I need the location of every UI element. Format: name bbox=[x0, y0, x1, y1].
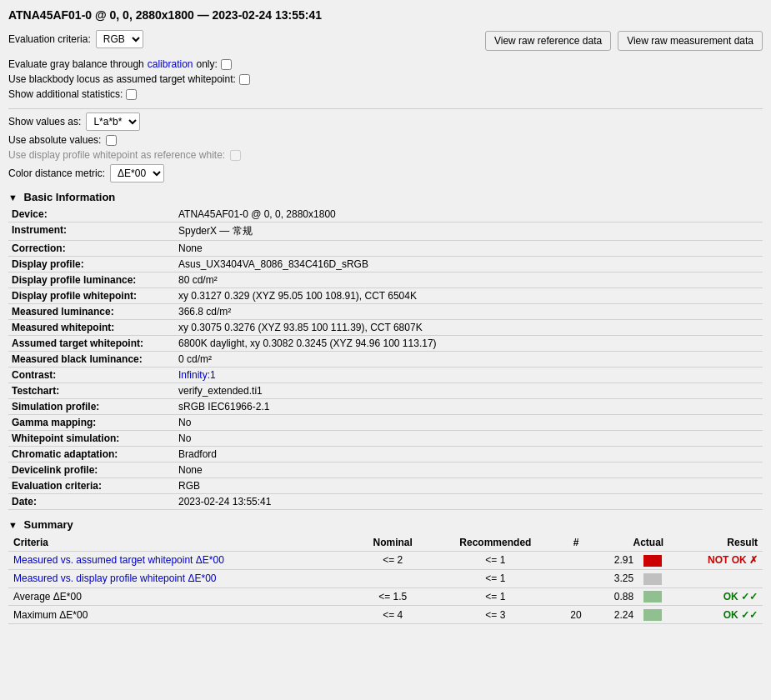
divider1 bbox=[8, 108, 763, 109]
eval-criteria-select[interactable]: RGB bbox=[96, 30, 143, 48]
basic-info-row: Simulation profile:sRGB IEC61966-2.1 bbox=[8, 399, 763, 415]
page-title: ATNA45AF01-0 @ 0, 0, 2880x1800 — 2023-02… bbox=[8, 8, 763, 22]
gray-balance-checkbox[interactable] bbox=[221, 59, 232, 70]
basic-info-label: Date: bbox=[8, 494, 175, 510]
summary-nominal: <= 1.5 bbox=[354, 588, 432, 606]
basic-info-row: Correction:None bbox=[8, 241, 763, 257]
basic-info-row: Measured whitepoint:xy 0.3075 0.3276 (XY… bbox=[8, 320, 763, 336]
summary-actual: 2.91 bbox=[593, 552, 638, 570]
basic-info-label: Measured whitepoint: bbox=[8, 320, 175, 336]
gray-balance-suffix: only: bbox=[196, 58, 217, 70]
col-nominal: Nominal bbox=[354, 534, 432, 552]
basic-info-row: Display profile whitepoint:xy 0.3127 0.3… bbox=[8, 288, 763, 304]
basic-info-row: Measured luminance:366.8 cd/m² bbox=[8, 304, 763, 320]
basic-info-label: Assumed target whitepoint: bbox=[8, 336, 175, 352]
summary-nominal: <= 4 bbox=[354, 606, 432, 624]
basic-info-value: xy 0.3127 0.329 (XYZ 95.05 100 108.91), … bbox=[175, 288, 763, 304]
summary-hash bbox=[559, 552, 593, 570]
summary-table: Criteria Nominal Recommended # Actual Re… bbox=[8, 534, 763, 624]
basic-info-triangle: ▼ bbox=[8, 192, 18, 202]
basic-info-label: Correction: bbox=[8, 241, 175, 257]
view-raw-measurement-button[interactable]: View raw measurement data bbox=[618, 31, 763, 51]
show-stats-checkbox[interactable] bbox=[126, 89, 137, 100]
col-result: Result bbox=[668, 534, 763, 552]
basic-info-value: 2023-02-24 13:55:41 bbox=[175, 494, 763, 510]
summary-result: OK ✓✓ bbox=[668, 588, 763, 606]
basic-info-value: sRGB IEC61966-2.1 bbox=[175, 399, 763, 415]
summary-result bbox=[668, 569, 763, 588]
view-raw-reference-button[interactable]: View raw reference data bbox=[485, 31, 611, 51]
use-absolute-checkbox[interactable] bbox=[106, 135, 117, 146]
basic-info-value: No bbox=[175, 415, 763, 431]
basic-info-label: Display profile: bbox=[8, 257, 175, 272]
basic-info-value: verify_extended.ti1 bbox=[175, 383, 763, 399]
col-actual: Actual bbox=[593, 534, 668, 552]
basic-info-value: Infinity:1 bbox=[175, 368, 763, 383]
basic-info-value: SpyderX — 常规 bbox=[175, 222, 763, 241]
basic-info-value: 80 cd/m² bbox=[175, 272, 763, 288]
blackbody-checkbox[interactable] bbox=[239, 74, 250, 85]
basic-info-label: Display profile whitepoint: bbox=[8, 288, 175, 304]
basic-info-value: No bbox=[175, 431, 763, 447]
col-criteria: Criteria bbox=[8, 534, 354, 552]
summary-recommended: <= 1 bbox=[432, 569, 560, 588]
basic-info-label: Instrument: bbox=[8, 222, 175, 241]
basic-info-value: xy 0.3075 0.3276 (XYZ 93.85 100 111.39),… bbox=[175, 320, 763, 336]
blackbody-label: Use blackbody locus as assumed target wh… bbox=[8, 73, 236, 85]
summary-hash bbox=[559, 588, 593, 606]
summary-header[interactable]: ▼ Summary bbox=[8, 518, 763, 531]
calibration-link[interactable]: calibration bbox=[148, 58, 193, 70]
display-profile-checkbox[interactable] bbox=[230, 150, 241, 161]
summary-hash bbox=[559, 569, 593, 588]
basic-info-label: Evaluation criteria: bbox=[8, 478, 175, 494]
eval-criteria-label: Evaluation criteria: bbox=[8, 33, 91, 45]
basic-info-value: None bbox=[175, 241, 763, 257]
summary-criteria: Measured vs. assumed target whitepoint Δ… bbox=[8, 552, 354, 570]
basic-info-row: Chromatic adaptation:Bradford bbox=[8, 447, 763, 462]
summary-row: Measured vs. display profile whitepoint … bbox=[8, 569, 763, 588]
summary-criteria: Average ΔE*00 bbox=[8, 588, 354, 606]
basic-info-row: Measured black luminance:0 cd/m² bbox=[8, 352, 763, 368]
basic-info-value: 6800K daylight, xy 0.3082 0.3245 (XYZ 94… bbox=[175, 336, 763, 352]
basic-info-value: None bbox=[175, 462, 763, 478]
basic-info-row: Instrument:SpyderX — 常规 bbox=[8, 222, 763, 241]
basic-info-label: Chromatic adaptation: bbox=[8, 447, 175, 462]
basic-info-row: Whitepoint simulation:No bbox=[8, 431, 763, 447]
color-distance-label: Color distance metric: bbox=[8, 168, 105, 179]
summary-title: Summary bbox=[24, 518, 73, 531]
basic-info-label: Contrast: bbox=[8, 368, 175, 383]
basic-info-row: Device:ATNA45AF01-0 @ 0, 0, 2880x1800 bbox=[8, 207, 763, 222]
summary-color-box bbox=[638, 569, 668, 588]
summary-color-box bbox=[638, 606, 668, 624]
show-values-select[interactable]: L*a*b* bbox=[86, 112, 140, 131]
gray-balance-label: Evaluate gray balance through bbox=[8, 58, 144, 70]
basic-info-label: Measured luminance: bbox=[8, 304, 175, 320]
basic-info-row: Contrast:Infinity:1 bbox=[8, 368, 763, 383]
summary-recommended: <= 1 bbox=[432, 588, 560, 606]
summary-actual: 2.24 bbox=[593, 606, 638, 624]
basic-info-value: 0 cd/m² bbox=[175, 352, 763, 368]
basic-info-row: Display profile:Asus_UX3404VA_8086_834C4… bbox=[8, 257, 763, 272]
summary-criteria: Measured vs. display profile whitepoint … bbox=[8, 569, 354, 588]
summary-nominal: <= 2 bbox=[354, 552, 432, 570]
basic-info-label: Simulation profile: bbox=[8, 399, 175, 415]
basic-info-row: Testchart:verify_extended.ti1 bbox=[8, 383, 763, 399]
summary-color-box bbox=[638, 552, 668, 570]
summary-hash: 20 bbox=[559, 606, 593, 624]
basic-info-label: Devicelink profile: bbox=[8, 462, 175, 478]
summary-result: OK ✓✓ bbox=[668, 606, 763, 624]
use-absolute-label: Use absolute values: bbox=[8, 134, 101, 146]
show-stats-label: Show additional statistics: bbox=[8, 88, 123, 100]
basic-info-row: Display profile luminance:80 cd/m² bbox=[8, 272, 763, 288]
col-hash: # bbox=[559, 534, 593, 552]
summary-recommended: <= 1 bbox=[432, 552, 560, 570]
summary-color-box bbox=[638, 588, 668, 606]
basic-info-label: Measured black luminance: bbox=[8, 352, 175, 368]
summary-nominal bbox=[354, 569, 432, 588]
summary-result: NOT OK ✗ bbox=[668, 552, 763, 570]
summary-row: Average ΔE*00<= 1.5<= 10.88OK ✓✓ bbox=[8, 588, 763, 606]
basic-info-row: Assumed target whitepoint:6800K daylight… bbox=[8, 336, 763, 352]
basic-info-header[interactable]: ▼ Basic Information bbox=[8, 191, 763, 203]
color-distance-select[interactable]: ΔE*00 bbox=[110, 164, 164, 182]
basic-info-row: Evaluation criteria:RGB bbox=[8, 478, 763, 494]
